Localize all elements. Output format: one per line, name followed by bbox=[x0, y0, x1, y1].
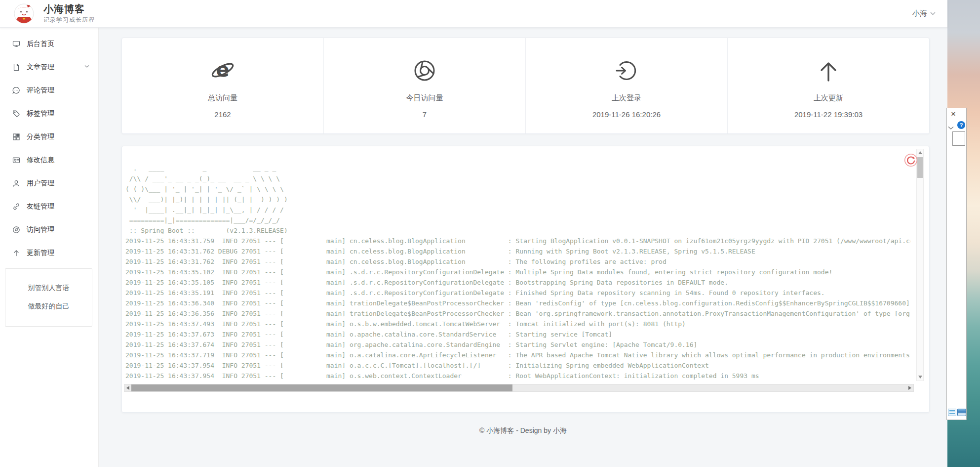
banner-line: ' |____| .__|_| |_|_| |_\__, | / / / / bbox=[125, 205, 910, 215]
image-view-icon[interactable] bbox=[957, 409, 966, 416]
stat-value: 2019-11-26 16:20:26 bbox=[526, 110, 727, 119]
upload-arrow-icon bbox=[728, 59, 929, 83]
upload-icon bbox=[12, 249, 20, 257]
motto-line: 别管别人言语 bbox=[5, 279, 92, 297]
stat-last-update: 上次更新 2019-11-22 19:39:03 bbox=[728, 38, 929, 133]
log-line: 2019-11-25 16:43:35.102 INFO 27051 --- [… bbox=[125, 267, 910, 277]
stat-last-login: 上次登录 2019-11-26 16:20:26 bbox=[526, 38, 728, 133]
top-header: 小海博客 记录学习成长历程 小海 bbox=[0, 0, 947, 28]
banner-line: . ____ _ __ _ _ bbox=[125, 163, 910, 173]
log-line: 2019-11-25 16:43:37.493 INFO 27051 --- [… bbox=[125, 319, 910, 329]
sidebar-item-visits[interactable]: 访问管理 bbox=[0, 218, 98, 241]
stat-total-visits: e 总访问量 2162 bbox=[122, 38, 324, 133]
scroll-up-arrow-icon[interactable] bbox=[918, 151, 922, 154]
username-label: 小海 bbox=[912, 9, 927, 18]
horizontal-scroll-thumb[interactable] bbox=[131, 384, 512, 391]
stat-value: 2019-11-22 19:39:03 bbox=[728, 110, 929, 119]
stat-value: 7 bbox=[324, 110, 525, 119]
overlapping-side-window: × ? bbox=[946, 108, 967, 420]
sidebar-item-label: 修改信息 bbox=[27, 156, 54, 165]
footer-copyright: © 小海博客 - Design by 小海 bbox=[99, 426, 947, 435]
stat-label: 上次更新 bbox=[728, 93, 929, 103]
svg-text:e: e bbox=[216, 59, 229, 81]
sidebar-item-label: 分类管理 bbox=[27, 132, 54, 141]
cartoon-cat-logo-icon bbox=[14, 3, 34, 24]
stat-label: 总访问量 bbox=[122, 93, 323, 103]
sidebar-item-label: 文章管理 bbox=[27, 63, 54, 72]
scroll-left-arrow-icon[interactable] bbox=[126, 386, 129, 390]
log-line: 2019-11-25 16:43:31.759 INFO 27051 --- [… bbox=[125, 236, 910, 246]
chrome-browser-icon bbox=[324, 59, 525, 83]
log-line: 2019-11-25 16:43:37.954 INFO 27051 --- [… bbox=[125, 360, 910, 371]
console-output: . ____ _ __ _ _ /\\ / ___'_ __ _ _(_)_ _… bbox=[125, 163, 910, 388]
log-line: 2019-11-25 16:43:37.673 INFO 27051 --- [… bbox=[125, 329, 910, 340]
log-line: 2019-11-25 16:43:35.105 INFO 27051 --- [… bbox=[125, 277, 910, 288]
id-card-icon bbox=[12, 156, 20, 164]
stat-today-visits: 今日访问量 7 bbox=[324, 38, 526, 133]
sidebar-item-friend-links[interactable]: 友链管理 bbox=[0, 195, 98, 218]
sidebar-item-edit-profile[interactable]: 修改信息 bbox=[0, 148, 98, 171]
login-icon bbox=[526, 59, 727, 83]
tag-icon bbox=[12, 110, 20, 118]
sidebar-item-dashboard[interactable]: 后台首页 bbox=[0, 32, 98, 55]
motto-line: 做最好的自己 bbox=[5, 297, 92, 315]
close-icon[interactable]: × bbox=[951, 109, 956, 120]
sidebar-item-label: 后台首页 bbox=[27, 40, 54, 48]
log-line: 2019-11-25 16:43:36.340 INFO 27051 --- [… bbox=[125, 298, 910, 308]
sidebar-item-users[interactable]: 用户管理 bbox=[0, 171, 98, 195]
document-icon bbox=[12, 63, 20, 71]
sidebar-item-label: 更新管理 bbox=[27, 249, 54, 257]
chevron-down-icon bbox=[84, 65, 89, 68]
sidebar-motto-box: 别管别人言语 做最好的自己 bbox=[5, 268, 92, 327]
brand-block: 小海博客 记录学习成长历程 bbox=[43, 3, 95, 24]
sidebar-item-comments[interactable]: 评论管理 bbox=[0, 79, 98, 102]
sidebar-item-label: 友链管理 bbox=[27, 202, 54, 211]
banner-line: ( ( )\___ | '_ | '_| | '_ \/ _` | \ \ \ … bbox=[125, 184, 910, 194]
log-line: 2019-11-25 16:43:37.719 INFO 27051 --- [… bbox=[125, 350, 910, 360]
sidebar-item-tags[interactable]: 标签管理 bbox=[0, 102, 98, 125]
help-badge-icon[interactable]: ? bbox=[957, 121, 965, 129]
scroll-down-arrow-icon[interactable] bbox=[918, 376, 922, 379]
server-log-panel: . ____ _ __ _ _ /\\ / ___'_ __ _ _(_)_ _… bbox=[121, 146, 930, 413]
ie-browser-icon: e bbox=[122, 59, 323, 83]
sidebar-item-label: 用户管理 bbox=[27, 179, 54, 188]
user-dropdown[interactable]: 小海 bbox=[912, 0, 936, 27]
sidebar-menu: 后台首页 文章管理 评论管理 bbox=[0, 27, 98, 264]
scroll-right-arrow-icon[interactable] bbox=[908, 386, 911, 390]
stat-label: 上次登录 bbox=[526, 93, 727, 103]
sidebar-item-articles[interactable]: 文章管理 bbox=[0, 55, 98, 79]
sidebar-item-label: 标签管理 bbox=[27, 109, 54, 118]
horizontal-scrollbar[interactable] bbox=[124, 384, 914, 392]
sidebar-item-updates[interactable]: 更新管理 bbox=[0, 241, 98, 264]
refresh-log-button[interactable] bbox=[904, 153, 918, 167]
grid-icon bbox=[12, 133, 20, 141]
site-title: 小海博客 bbox=[43, 3, 95, 15]
sidebar-item-label: 访问管理 bbox=[27, 225, 54, 234]
comment-icon bbox=[12, 86, 20, 94]
vertical-scroll-thumb[interactable] bbox=[917, 157, 923, 178]
log-line: 2019-11-25 16:43:37.954 INFO 27051 --- [… bbox=[125, 371, 910, 381]
compass-icon bbox=[12, 226, 20, 234]
banner-line: \\/ ___)| |_)| | | | | || (_| | ) ) ) ) bbox=[125, 194, 910, 205]
stats-panel: e 总访问量 2162 今日访问量 7 bbox=[121, 38, 930, 134]
banner-line: /\\ / ___'_ __ _ _(_)_ __ __ _ \ \ \ \ bbox=[125, 173, 910, 184]
chevron-down-icon[interactable] bbox=[948, 123, 954, 132]
sidebar-item-categories[interactable]: 分类管理 bbox=[0, 125, 98, 148]
stat-value: 2162 bbox=[122, 110, 323, 119]
admin-app: 小海博客 记录学习成长历程 小海 后台首页 文章管理 bbox=[0, 0, 947, 467]
sidebar: 后台首页 文章管理 评论管理 bbox=[0, 27, 99, 467]
list-view-icon[interactable] bbox=[948, 409, 956, 416]
log-line: 2019-11-25 16:43:31.762 DEBUG 27051 --- … bbox=[125, 246, 910, 256]
side-window-input[interactable] bbox=[952, 131, 965, 146]
banner-line: =========|_|==============|___/=/_/_/_/ bbox=[125, 215, 910, 225]
sidebar-item-label: 评论管理 bbox=[27, 86, 54, 95]
log-line: 2019-11-25 16:43:37.674 INFO 27051 --- [… bbox=[125, 340, 910, 350]
link-icon bbox=[12, 203, 20, 211]
main-content: e 总访问量 2162 今日访问量 7 bbox=[99, 27, 947, 467]
log-line: 2019-11-25 16:43:36.356 INFO 27051 --- [… bbox=[125, 308, 910, 319]
chevron-down-icon bbox=[930, 12, 936, 15]
log-line: 2019-11-25 16:43:31.762 INFO 27051 --- [… bbox=[125, 256, 910, 267]
site-subtitle: 记录学习成长历程 bbox=[43, 16, 95, 24]
site-logo-avatar bbox=[14, 3, 34, 24]
vertical-scrollbar[interactable] bbox=[916, 149, 924, 381]
